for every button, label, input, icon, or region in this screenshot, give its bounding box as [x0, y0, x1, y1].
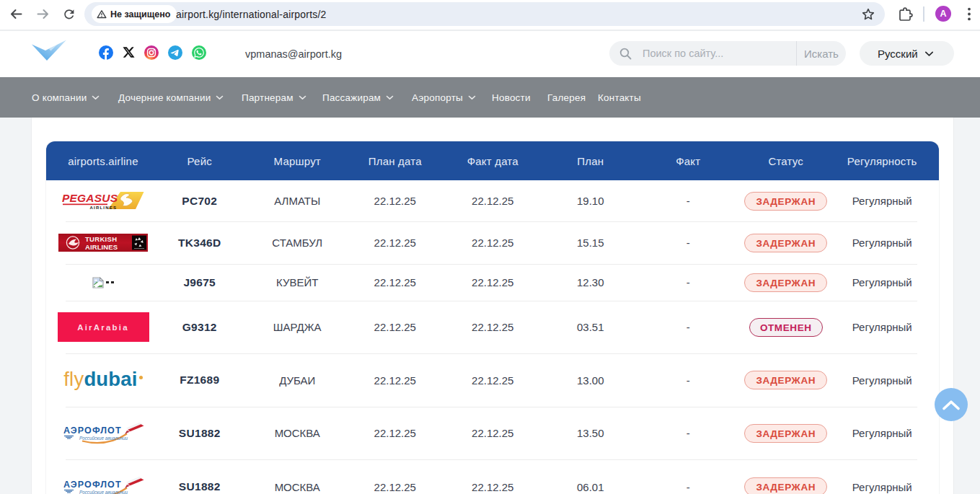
svg-text:АЭРОФЛОТ: АЭРОФЛОТ [63, 480, 122, 490]
svg-text:АЭРОФЛОТ: АЭРОФЛОТ [63, 425, 122, 436]
svg-text:Российские авиалинии: Российские авиалинии [79, 436, 128, 441]
svg-text:AIRLINES: AIRLINES [85, 243, 118, 251]
svg-text:AIRLINES: AIRLINES [90, 206, 118, 210]
svg-text:TURKISH: TURKISH [85, 235, 117, 243]
svg-text:PEGASUS: PEGASUS [62, 192, 118, 204]
svg-text:Российские авиалинии: Российские авиалинии [79, 489, 128, 494]
